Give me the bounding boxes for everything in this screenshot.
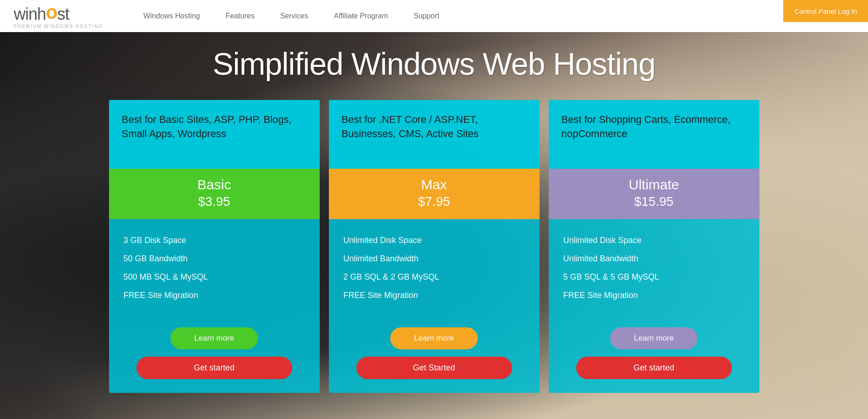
nav-windows-hosting[interactable]: Windows Hosting: [131, 0, 213, 32]
card-header-max: Best for .NET Core / ASP.NET, Businesses…: [329, 100, 540, 169]
feature-max-3: FREE Site Migration: [344, 287, 525, 303]
navbar: winhost PREMIUM WINDOWS HOSTING Windows …: [0, 0, 868, 32]
pricing-card-max: Best for .NET Core / ASP.NET, Businesses…: [329, 100, 540, 393]
plan-price-basic: $3.95: [118, 194, 311, 215]
pricing-row: Best for Basic Sites, ASP, PHP, Blogs, S…: [0, 100, 868, 393]
pricing-card-basic: Best for Basic Sites, ASP, PHP, Blogs, S…: [109, 100, 320, 393]
plan-price-ultimate: $15.95: [558, 194, 750, 215]
learn-more-basic[interactable]: Learn more: [170, 327, 258, 349]
logo-win: win: [14, 5, 37, 23]
card-actions-max: Learn more Get Started: [329, 318, 540, 393]
plan-name-max: Max: [338, 177, 530, 193]
logo-st: st: [57, 5, 69, 23]
plan-name-basic: Basic: [118, 177, 311, 193]
plan-name-bar-basic: Basic $3.95: [109, 169, 320, 219]
feature-basic-3: FREE Site Migration: [124, 287, 305, 303]
pricing-card-ultimate: Best for Shopping Carts, Ecommerce, nopC…: [549, 100, 759, 393]
learn-more-ultimate[interactable]: Learn more: [610, 327, 698, 349]
hero-title: Simplified Windows Web Hosting: [213, 46, 655, 82]
hero-section: Simplified Windows Web Hosting Best for …: [0, 32, 868, 419]
logo-text: winhost: [14, 4, 103, 23]
logo: winhost PREMIUM WINDOWS HOSTING: [14, 4, 103, 29]
plan-name-bar-ultimate: Ultimate $15.95: [549, 169, 759, 219]
feature-ultimate-3: FREE Site Migration: [563, 287, 745, 303]
get-started-max[interactable]: Get Started: [356, 357, 512, 379]
feature-ultimate-2: 5 GB SQL & 5 GB MySQL: [563, 269, 745, 285]
get-started-ultimate[interactable]: Get started: [576, 357, 732, 379]
card-features-max: Unlimited Disk Space Unlimited Bandwidth…: [329, 219, 540, 318]
card-actions-basic: Learn more Get started: [109, 318, 320, 393]
feature-ultimate-0: Unlimited Disk Space: [563, 232, 745, 248]
feature-basic-2: 500 MB SQL & MySQL: [124, 269, 305, 285]
plan-price-max: $7.95: [338, 194, 530, 215]
logo-host: h: [37, 5, 46, 23]
plan-name-ultimate: Ultimate: [558, 177, 750, 193]
nav-services[interactable]: Services: [267, 0, 321, 32]
card-actions-ultimate: Learn more Get started: [549, 318, 759, 393]
nav-links: Windows Hosting Features Services Affili…: [131, 0, 854, 32]
logo-dot: o: [46, 1, 57, 23]
feature-basic-1: 50 GB Bandwidth: [124, 250, 305, 267]
card-features-basic: 3 GB Disk Space 50 GB Bandwidth 500 MB S…: [109, 219, 320, 318]
card-header-ultimate: Best for Shopping Carts, Ecommerce, nopC…: [549, 100, 759, 169]
feature-max-0: Unlimited Disk Space: [344, 232, 525, 248]
feature-max-1: Unlimited Bandwidth: [344, 250, 525, 267]
card-features-ultimate: Unlimited Disk Space Unlimited Bandwidth…: [549, 219, 759, 318]
plan-name-bar-max: Max $7.95: [329, 169, 540, 219]
nav-affiliate-program[interactable]: Affiliate Program: [321, 0, 401, 32]
control-panel-button[interactable]: Control Panel Log In: [783, 0, 868, 22]
nav-features[interactable]: Features: [213, 0, 267, 32]
card-header-basic: Best for Basic Sites, ASP, PHP, Blogs, S…: [109, 100, 320, 169]
feature-max-2: 2 GB SQL & 2 GB MySQL: [344, 269, 525, 285]
learn-more-max[interactable]: Learn more: [390, 327, 478, 349]
feature-ultimate-1: Unlimited Bandwidth: [563, 250, 745, 267]
get-started-basic[interactable]: Get started: [136, 357, 292, 379]
feature-basic-0: 3 GB Disk Space: [124, 232, 305, 248]
logo-subtitle: PREMIUM WINDOWS HOSTING: [14, 24, 103, 29]
nav-support[interactable]: Support: [401, 0, 452, 32]
